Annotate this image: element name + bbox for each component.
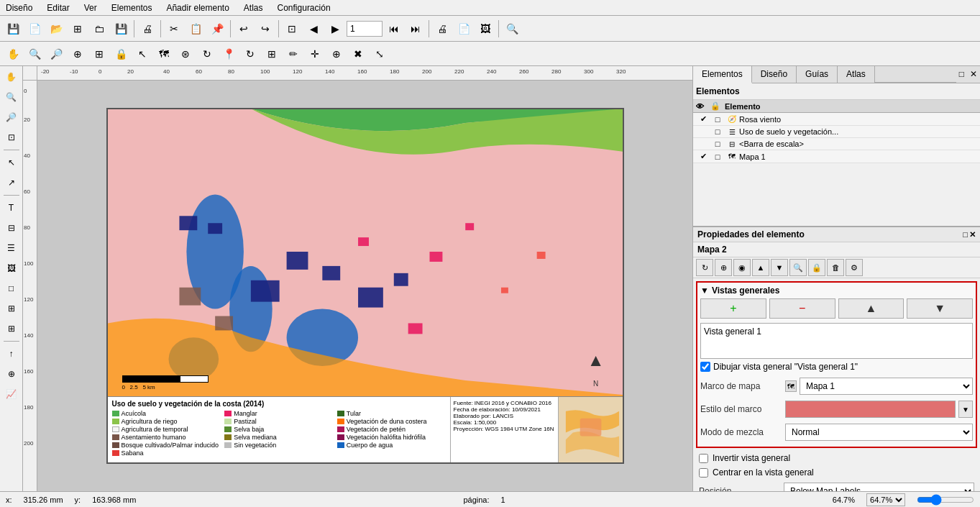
map-frame[interactable]: ▲N 0 2.5 5 km Uso de suelo y vegetación … [106,108,624,464]
paste-button[interactable]: 📌 [207,19,227,39]
position-select[interactable]: Below Map Above Map Below Map Labels Abo… [784,483,974,491]
lt-attr-table[interactable]: ⊞ [2,319,21,338]
resize-tool[interactable]: ⤡ [370,44,390,64]
pan-tool[interactable]: ✋ [3,44,23,64]
open-button[interactable]: 📂 [46,19,66,39]
prop-lock-btn[interactable]: 🔒 [808,259,825,276]
add-nodes-tool[interactable]: ⊞ [262,44,282,64]
pin-tool[interactable]: 📍 [219,44,239,64]
lt-north-arrow[interactable]: ↑ [2,344,21,363]
menu-editar[interactable]: Editar [44,1,72,14]
lt-label[interactable]: T [2,198,21,217]
panel-close-btn[interactable]: □ [956,66,967,83]
copy-button[interactable]: 📋 [186,19,206,39]
page-input[interactable] [347,21,383,37]
element-lock-4[interactable]: □ [710,152,725,161]
prop-down-btn[interactable]: ▼ [771,259,788,276]
element-eye-4[interactable]: ✔ [696,152,710,161]
undo-button[interactable]: ↩ [234,19,254,39]
prop-atlas-btn[interactable]: ◉ [733,259,751,276]
print-preview-button[interactable]: 🖨 [137,19,157,39]
element-lock-2[interactable]: □ [710,127,725,136]
status-zoom-select[interactable]: 64.7% 100% 75% 50% [866,493,905,506]
overview-up-btn[interactable]: ▲ [838,298,905,319]
lt-arrow[interactable]: ↗ [2,173,21,192]
refresh-map-tool[interactable]: ↻ [197,44,217,64]
blend-mode-select[interactable]: Normal Multiply Screen Overlay [785,424,973,441]
element-row-1[interactable]: ✔ □ 🧭 Rosa viento [693,113,980,126]
add-nodes2-tool[interactable]: ⊕ [326,44,347,64]
lt-elevation[interactable]: 📈 [2,385,21,403]
lt-select[interactable]: ↖ [2,153,21,172]
prop-zoom-btn[interactable]: 🔍 [789,259,807,276]
menu-ver[interactable]: Ver [81,1,100,14]
zoom-out-tool[interactable]: 🔎 [46,44,66,64]
tab-atlas[interactable]: Atlas [838,66,875,83]
element-row-3[interactable]: □ ⊟ <Barra de escala> [693,138,980,150]
lock-tool[interactable]: 🔒 [111,44,131,64]
menu-diseno[interactable]: Diseño [3,1,35,14]
lt-pan[interactable]: ✋ [2,68,21,86]
frame-style-dropdown-btn[interactable]: ▼ [958,401,973,418]
zoom-map-tool[interactable]: 🗺 [154,44,174,64]
tab-guias[interactable]: Guías [797,66,838,83]
pan-map-tool[interactable]: ⊛ [175,44,196,64]
frame-style-color[interactable] [785,401,956,418]
overview-item-1[interactable]: Vista general 1 [704,326,969,337]
cut-button[interactable]: ✂ [164,19,184,39]
select-tool[interactable]: ↖ [132,44,152,64]
center-checkbox[interactable] [699,468,708,478]
export-pdf-button[interactable]: 📄 [454,19,474,39]
print-button[interactable]: 🖨 [432,19,452,39]
lt-picture[interactable]: 🖼 [2,259,21,278]
lt-zoom-full[interactable]: ⊡ [2,128,21,147]
prop-up-btn[interactable]: ▲ [752,259,769,276]
zoom-prev-button[interactable]: ◀ [303,19,324,39]
prop-collapse-btn[interactable]: □ [963,230,968,239]
rotate-tool[interactable]: ↻ [240,44,260,64]
draw-overview-checkbox[interactable] [700,362,710,372]
map-canvas[interactable]: ▲N 0 2.5 5 km Uso de suelo y vegetación … [37,81,692,491]
frame-map-select[interactable]: Mapa 1 [800,378,973,395]
lt-shape[interactable]: □ [2,279,21,298]
lt-3d-map[interactable]: ⊕ [2,365,21,383]
canvas-area[interactable]: -20 -10 0 20 40 60 80 100 120 140 160 18… [23,66,692,491]
save-button[interactable]: 💾 [3,19,23,39]
zoom-layout-tool[interactable]: ⊞ [89,44,109,64]
menu-anadir[interactable]: Añadir elemento [163,1,232,14]
tab-elementos[interactable]: Elementos [693,66,752,83]
zoom-next-button[interactable]: ▶ [325,19,345,39]
menu-configuracion[interactable]: Configuración [275,1,334,14]
prop-settings-btn[interactable]: ⚙ [846,259,863,276]
lt-zoom-in[interactable]: 🔍 [2,88,21,106]
zoom-select-tool[interactable]: ⊕ [68,44,88,64]
prop-close-btn[interactable]: ✕ [969,230,976,239]
lt-html[interactable]: ⊞ [2,299,21,318]
template-button[interactable]: ⊞ [68,19,88,39]
zoom-in-tool[interactable]: 🔍 [24,44,45,64]
status-zoom-slider[interactable] [917,494,974,506]
edit-nodes-tool[interactable]: ✏ [283,44,303,64]
lt-scalebar[interactable]: ⊟ [2,219,21,237]
settings-button[interactable]: 🔍 [502,19,522,39]
menu-atlas[interactable]: Atlas [241,1,266,14]
lt-zoom-out[interactable]: 🔎 [2,108,21,127]
zoom-full-button[interactable]: ⊡ [282,19,302,39]
prop-delete-btn[interactable]: 🗑 [827,259,844,276]
redo-button[interactable]: ↪ [255,19,275,39]
element-eye-1[interactable]: ✔ [696,114,710,124]
tab-diseno[interactable]: Diseño [752,66,797,83]
atlas-first-button[interactable]: ⏮ [384,19,404,39]
save-as-button[interactable]: 💾 [111,19,131,39]
element-row-2[interactable]: □ ☰ Uso de suelo y vegetación... [693,126,980,138]
menu-elementos[interactable]: Elementos [109,1,155,14]
panel-settings-btn[interactable]: ✕ [967,66,980,83]
delete-nodes-tool[interactable]: ✖ [348,44,368,64]
lt-legend[interactable]: ☰ [2,239,21,257]
prop-refresh-btn[interactable]: ↻ [696,259,713,276]
atlas-last-button[interactable]: ⏭ [406,19,426,39]
folder-button[interactable]: 🗀 [89,19,109,39]
overview-add-btn[interactable]: + [700,298,766,319]
element-lock-1[interactable]: □ [710,115,725,124]
element-lock-3[interactable]: □ [710,140,725,148]
